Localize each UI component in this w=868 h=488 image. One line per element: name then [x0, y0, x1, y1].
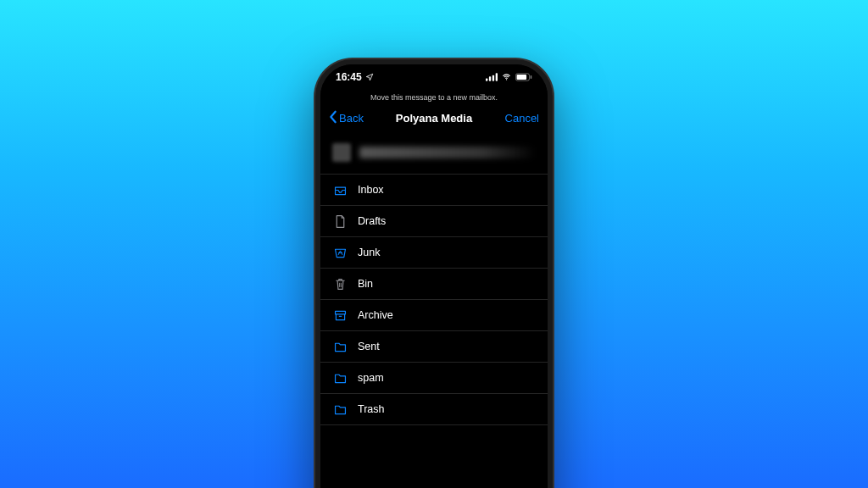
- mailbox-label: Junk: [358, 247, 380, 258]
- mailbox-row-archive[interactable]: Archive: [320, 299, 548, 330]
- status-right: [486, 73, 532, 81]
- screen: 16:45: [320, 64, 548, 488]
- junk-icon: [332, 245, 348, 260]
- mailbox-row-drafts[interactable]: Drafts: [320, 205, 548, 236]
- chevron-left-icon: [329, 110, 337, 126]
- mailbox-row-junk[interactable]: Junk: [320, 236, 548, 268]
- phone-frame: 16:45: [315, 59, 553, 488]
- status-time: 16:45: [336, 71, 362, 83]
- mailbox-label: Sent: [358, 341, 380, 352]
- message-preview: [320, 135, 548, 174]
- back-label: Back: [339, 112, 364, 125]
- mailbox-row-trash[interactable]: Trash: [320, 393, 548, 425]
- folder-icon: [332, 402, 348, 417]
- drafts-icon: [332, 214, 348, 229]
- svg-rect-7: [531, 75, 532, 79]
- svg-point-4: [506, 79, 507, 80]
- svg-rect-6: [517, 75, 527, 80]
- back-button[interactable]: Back: [329, 110, 364, 126]
- mailbox-label: Archive: [358, 309, 393, 321]
- mailbox-label: Drafts: [358, 215, 386, 227]
- wifi-icon: [501, 73, 512, 81]
- page-title: Polyana Media: [396, 112, 472, 125]
- folder-icon: [332, 370, 348, 385]
- svg-rect-2: [492, 75, 494, 81]
- bin-icon: [332, 276, 348, 291]
- mailbox-row-bin[interactable]: Bin: [320, 268, 548, 299]
- status-left: 16:45: [336, 71, 374, 83]
- location-icon: [365, 73, 374, 81]
- svg-rect-0: [486, 79, 487, 81]
- mailbox-label: spam: [358, 372, 384, 384]
- move-subtitle: Move this message to a new mailbox.: [320, 90, 548, 107]
- nav-bar: Back Polyana Media Cancel: [320, 107, 548, 135]
- mailbox-row-sent[interactable]: Sent: [320, 330, 548, 362]
- signal-icon: [486, 73, 498, 81]
- folder-icon: [332, 339, 348, 354]
- notch: [383, 64, 485, 83]
- mailbox-label: Inbox: [358, 184, 384, 196]
- mailbox-list: InboxDraftsJunkBinArchiveSentspamTrash: [320, 174, 548, 425]
- svg-rect-1: [489, 76, 491, 80]
- mailbox-label: Trash: [358, 403, 385, 415]
- cancel-button[interactable]: Cancel: [505, 112, 539, 125]
- mailbox-row-spam[interactable]: spam: [320, 362, 548, 393]
- archive-icon: [332, 308, 348, 323]
- battery-icon: [515, 73, 532, 81]
- mailbox-label: Bin: [358, 278, 373, 290]
- svg-rect-3: [496, 73, 498, 80]
- inbox-icon: [332, 182, 348, 197]
- preview-text-redacted: [359, 147, 536, 158]
- preview-thumb: [332, 143, 351, 162]
- mailbox-row-inbox[interactable]: Inbox: [320, 174, 548, 205]
